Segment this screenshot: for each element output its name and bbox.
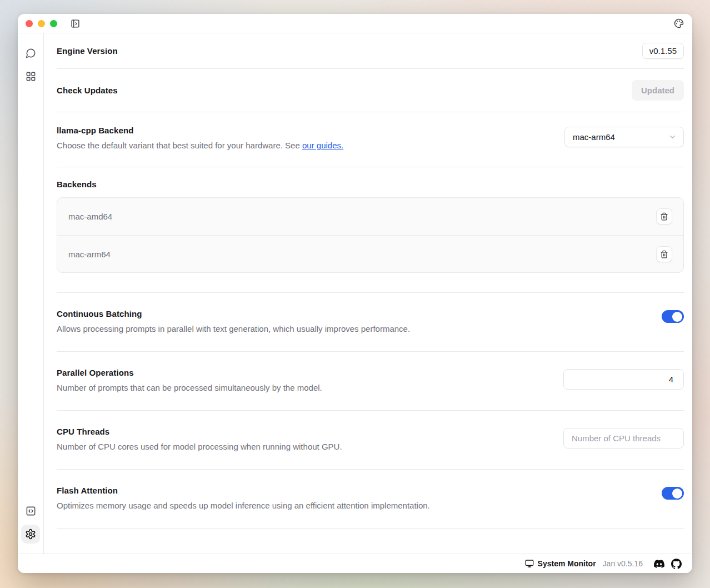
flash-attention-description: Optimizes memory usage and speeds up mod… [57,501,430,510]
guides-link[interactable]: our guides. [302,141,343,150]
chat-bubble-icon [26,48,36,58]
setting-row-check-updates: Check Updates Updated [57,69,684,112]
sidebar-item-settings[interactable] [21,525,40,544]
status-bar: System Monitor Jan v0.5.16 [18,554,692,573]
backend-label: llama-cpp Backend [57,126,343,135]
trash-icon [660,250,668,258]
settings-panel: Engine Version v0.1.55 Check Updates Upd… [44,33,692,554]
monitor-icon [525,559,534,568]
code-square-icon [26,506,36,516]
traffic-lights [26,20,57,27]
parallel-operations-input[interactable] [563,369,684,390]
setting-row-llamacpp-backend: llama-cpp Backend Choose the default var… [57,112,684,167]
github-icon[interactable] [670,559,683,569]
backend-variant-selected: mac-arm64 [573,132,615,142]
chevron-down-icon [668,133,677,141]
sidebar-item-local-api-server[interactable] [21,501,40,520]
backend-name: mac-amd64 [68,212,112,221]
minimize-button[interactable] [38,20,45,27]
continuous-batching-description: Allows processing prompts in parallel wi… [57,324,410,333]
sidebar-toggle-icon[interactable] [69,18,81,29]
grid-icon [26,71,36,82]
delete-backend-button[interactable] [656,208,672,225]
flash-attention-label: Flash Attention [57,486,430,495]
gear-icon [25,529,36,540]
system-monitor-label: System Monitor [538,559,596,568]
close-button[interactable] [26,20,33,27]
backend-name: mac-arm64 [68,250,111,259]
backend-description: Choose the default variant that best sui… [57,141,343,150]
backend-list-item: mac-amd64 [57,198,683,235]
delete-backend-button[interactable] [656,246,672,262]
setting-row-engine-version: Engine Version v0.1.55 [57,33,684,69]
engine-version-badge: v0.1.55 [642,43,684,59]
check-updates-label: Check Updates [57,86,118,95]
continuous-batching-label: Continuous Batching [57,309,410,318]
setting-row-cpu-threads: CPU Threads Number of CPU cores used for… [57,411,684,470]
backend-list-item: mac-arm64 [57,235,683,272]
setting-row-flash-attention: Flash Attention Optimizes memory usage a… [57,470,684,529]
parallel-operations-description: Number of prompts that can be processed … [57,383,322,392]
zoom-button[interactable] [50,20,57,27]
desktop-background: { "titlebar": {}, "settings": { "engine_… [0,0,710,588]
backend-variant-select[interactable]: mac-arm64 [564,127,684,147]
app-body: Engine Version v0.1.55 Check Updates Upd… [18,33,692,554]
trash-icon [660,212,668,221]
cpu-threads-label: CPU Threads [57,427,342,436]
system-monitor-button[interactable]: System Monitor [525,559,596,568]
check-updates-button[interactable]: Updated [632,80,684,101]
app-version: Jan v0.5.16 [603,559,643,568]
discord-icon[interactable] [653,559,666,569]
cpu-threads-description: Number of CPU cores used for model proce… [57,442,342,451]
continuous-batching-toggle[interactable] [662,310,684,323]
backends-list: mac-amd64 mac-arm64 [57,197,684,273]
titlebar [18,14,692,33]
engine-version-label: Engine Version [57,46,118,56]
setting-row-parallel-operations: Parallel Operations Number of prompts th… [57,352,684,411]
backends-label: Backends [57,180,684,189]
cpu-threads-input[interactable] [563,428,684,449]
left-sidebar [18,33,44,554]
setting-row-continuous-batching: Continuous Batching Allows processing pr… [57,293,684,352]
flash-attention-toggle[interactable] [662,487,684,500]
parallel-operations-label: Parallel Operations [57,368,322,377]
setting-row-backends: Backends mac-amd64 mac-arm64 [57,167,684,293]
sidebar-item-hub[interactable] [21,67,40,86]
theme-palette-icon[interactable] [673,18,684,29]
sidebar-item-chat[interactable] [21,43,40,62]
app-window: Engine Version v0.1.55 Check Updates Upd… [18,14,692,573]
